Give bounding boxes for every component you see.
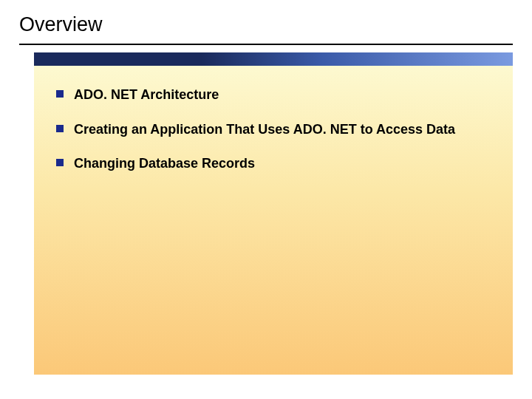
bullet-text: Changing Database Records [74, 155, 255, 172]
list-item: Changing Database Records [56, 155, 491, 172]
list-item: Creating an Application That Uses ADO. N… [56, 121, 491, 138]
title-underline [19, 44, 513, 45]
square-bullet-icon [56, 90, 64, 98]
list-item: ADO. NET Architecture [56, 86, 491, 103]
accent-bar [34, 52, 513, 66]
slide: Overview ADO. NET Architecture Creating … [0, 0, 532, 399]
bullet-text: Creating an Application That Uses ADO. N… [74, 121, 455, 138]
content-area: ADO. NET Architecture Creating an Applic… [34, 66, 513, 375]
bullet-text: ADO. NET Architecture [74, 86, 219, 103]
square-bullet-icon [56, 159, 64, 166]
square-bullet-icon [56, 125, 64, 132]
slide-title: Overview [0, 0, 532, 44]
